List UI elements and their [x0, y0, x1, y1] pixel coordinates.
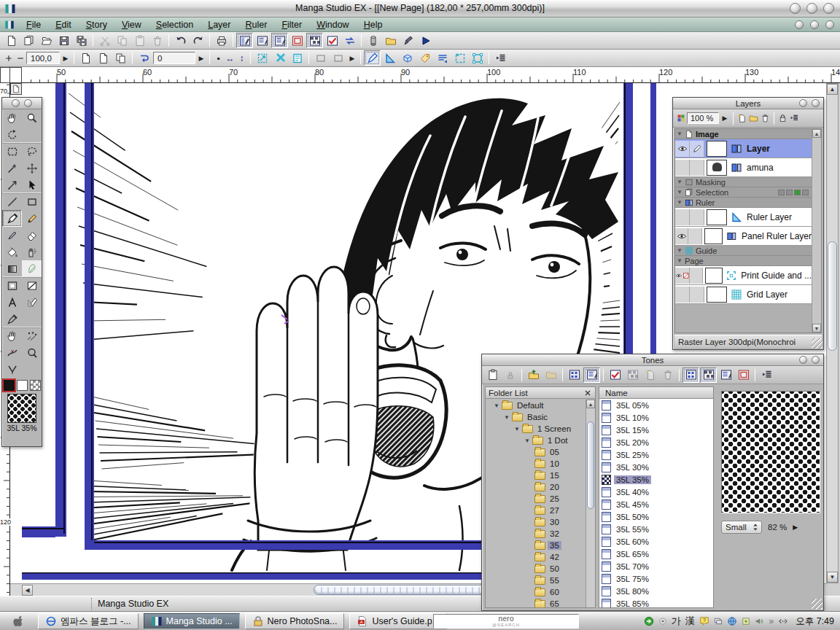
show-check-button[interactable] — [607, 368, 623, 383]
panel-cutter-tool[interactable] — [22, 277, 42, 294]
tone-list-item[interactable]: 35L 35% — [599, 473, 713, 486]
folder-tree-row[interactable]: 27 — [486, 505, 586, 516]
layer-row[interactable]: Grid Layer — [675, 285, 812, 304]
parallel-lines-button[interactable] — [434, 50, 451, 66]
transparent-color-swatch[interactable] — [30, 380, 41, 391]
custom-tools-button[interactable] — [400, 33, 416, 48]
toolbox-collapse-button[interactable] — [12, 99, 20, 107]
tone-list-item[interactable]: 35L 40% — [599, 486, 713, 498]
gradation-button[interactable] — [365, 33, 381, 48]
save-all-button[interactable] — [73, 33, 90, 48]
eyedropper-tool[interactable] — [2, 311, 22, 327]
thumbnail-view-button[interactable] — [566, 368, 583, 383]
layer-draw-toggle[interactable] — [690, 209, 704, 225]
ime-hanja-indicator[interactable]: 漢 — [685, 615, 695, 628]
magic-wand-tool[interactable] — [2, 160, 22, 176]
layers-close-button[interactable] — [812, 99, 820, 107]
folder-name[interactable]: 30 — [548, 518, 561, 526]
layer-draw-toggle[interactable] — [690, 141, 704, 157]
replace-tone-button[interactable] — [502, 368, 518, 383]
folder-tree-row[interactable]: 30 — [486, 516, 586, 528]
folder-up-button[interactable] — [525, 368, 542, 383]
sewing-tool[interactable] — [2, 361, 22, 378]
ruler-mode-button[interactable] — [381, 50, 398, 66]
folder-tree-row[interactable]: 05 — [486, 446, 586, 458]
nero-search-box[interactable]: nero @SEARCH — [433, 614, 579, 629]
apply-tone-button[interactable] — [624, 368, 641, 383]
tone-item-name[interactable]: 35L 80% — [614, 587, 651, 596]
doc-close-button[interactable] — [825, 20, 834, 29]
tones-menu-button[interactable] — [758, 368, 775, 383]
join-line-tool[interactable] — [2, 344, 22, 361]
tone-list-item[interactable]: 35L 20% — [599, 436, 713, 448]
hand-tool[interactable] — [2, 109, 22, 126]
window-tray-icon[interactable] — [714, 617, 723, 626]
tones-palette-toggle[interactable] — [306, 33, 323, 48]
lock-layer-button[interactable] — [777, 113, 788, 124]
tone-item-name[interactable]: 35L 45% — [614, 500, 651, 509]
tone-list-item[interactable]: 35L 15% — [599, 424, 713, 436]
view-option-1-button[interactable] — [682, 368, 699, 383]
actions-button[interactable] — [417, 33, 434, 48]
rotate-view-button[interactable] — [136, 50, 152, 66]
layer-draw-toggle[interactable] — [690, 287, 704, 303]
tone-item-name[interactable]: 35L 65% — [614, 550, 651, 559]
folder-name[interactable]: 42 — [548, 553, 561, 561]
paste-button[interactable] — [131, 33, 148, 48]
page-list-button[interactable] — [112, 50, 129, 66]
object-selector-tool[interactable] — [22, 176, 42, 193]
folder-tree-row[interactable]: 15 — [486, 470, 586, 481]
vertical-scrollbar[interactable]: ▲ ▼ — [826, 83, 839, 583]
start-button[interactable] — [7, 613, 29, 629]
toolbox-title-bar[interactable] — [2, 98, 42, 109]
expand-triangle-icon[interactable]: ▼ — [514, 426, 520, 432]
folder-name[interactable]: 15 — [548, 471, 561, 480]
go-arrow-icon[interactable] — [644, 616, 654, 626]
zoom-value-field[interactable]: 100,0 — [26, 52, 60, 64]
print-size-button[interactable] — [289, 50, 306, 66]
expand-triangle-icon[interactable]: ▼ — [524, 438, 530, 444]
File[interactable]: File — [19, 19, 48, 31]
Ruler[interactable]: Ruler — [238, 19, 275, 31]
tag-mode-button[interactable] — [416, 50, 433, 66]
pattern-brush-tool[interactable] — [22, 327, 42, 344]
reset-view-button[interactable]: ▪ — [213, 52, 224, 63]
zoom-tool[interactable] — [22, 109, 42, 126]
Filter[interactable]: Filter — [274, 19, 309, 31]
rotate-presets-arrow[interactable]: ▶ — [196, 52, 206, 64]
tone-item-name[interactable]: 35L 60% — [614, 537, 651, 546]
new-layer-button[interactable] — [736, 113, 747, 124]
navigator-palette-toggle[interactable] — [289, 33, 306, 48]
folder-tree-row[interactable]: 25 — [486, 493, 586, 505]
folder-name[interactable]: 1 Dot — [545, 436, 570, 445]
layer-draw-toggle[interactable] — [688, 228, 701, 244]
folder-name[interactable]: 35 — [548, 541, 561, 550]
new-page-button[interactable] — [3, 33, 20, 48]
list-view-button[interactable] — [583, 368, 600, 383]
text-tool[interactable] — [2, 294, 22, 311]
layer-draw-toggle[interactable] — [690, 268, 703, 284]
tone-list-item[interactable]: 35L 70% — [599, 560, 713, 572]
layers-scrollbar[interactable]: ▲▼ — [812, 129, 821, 332]
window-close-button[interactable] — [823, 3, 834, 14]
distort-tool[interactable] — [22, 344, 42, 361]
tone-list-item[interactable]: 35L 45% — [599, 498, 713, 510]
layers-palette-toggle[interactable] — [271, 33, 288, 48]
tone-item-name[interactable]: 35L 55% — [614, 525, 651, 534]
delete-tone-button[interactable] — [659, 368, 676, 383]
toolbox-close-button[interactable] — [24, 99, 32, 107]
background-color-swatch[interactable] — [17, 380, 28, 391]
finger-tool[interactable] — [2, 327, 22, 344]
folder-list-close-icon[interactable] — [583, 389, 592, 397]
properties-palette-toggle[interactable] — [324, 33, 341, 48]
tones-close-button[interactable] — [812, 356, 820, 364]
new-layer-folder-button[interactable] — [748, 113, 759, 124]
tone-list-item[interactable]: 35L 10% — [599, 411, 713, 424]
Edit[interactable]: Edit — [48, 19, 79, 31]
tone-list-item[interactable]: 35L 60% — [599, 535, 713, 548]
ruler-select-tool[interactable] — [2, 176, 22, 193]
panel-maker-tool[interactable] — [2, 277, 22, 294]
tone-size-dropdown[interactable]: Small — [721, 521, 762, 534]
layer-row[interactable]: Print Guide and ... — [675, 266, 812, 285]
app-tray-icon[interactable] — [742, 617, 750, 626]
